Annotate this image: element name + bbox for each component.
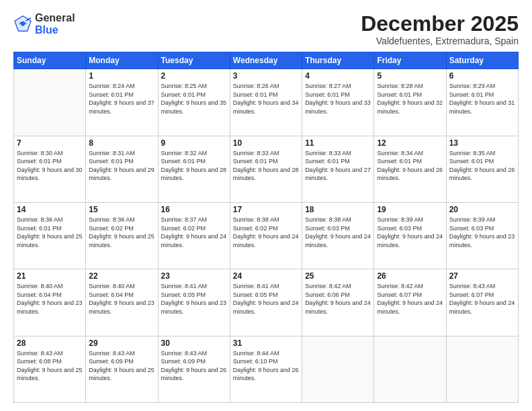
day-info: Sunrise: 8:37 AMSunset: 6:02 PMDaylight:… [161,216,227,248]
week-row-3: 14 Sunrise: 8:36 AMSunset: 6:01 PMDaylig… [14,202,519,269]
day-cell: 2 Sunrise: 8:25 AMSunset: 6:01 PMDayligh… [158,69,230,136]
day-cell: 28 Sunrise: 8:43 AMSunset: 6:08 PMDaylig… [14,336,86,402]
day-cell: 29 Sunrise: 8:43 AMSunset: 6:09 PMDaylig… [86,336,158,402]
svg-point-2 [21,22,25,26]
day-cell: 11 Sunrise: 8:33 AMSunset: 6:01 PMDaylig… [302,136,374,202]
week-row-2: 7 Sunrise: 8:30 AMSunset: 6:01 PMDayligh… [14,136,519,202]
day-cell: 26 Sunrise: 8:42 AMSunset: 6:07 PMDaylig… [374,269,446,336]
day-cell: 20 Sunrise: 8:39 AMSunset: 6:03 PMDaylig… [446,202,518,269]
logo-blue: Blue [35,24,75,36]
day-number: 14 [17,205,83,214]
day-cell: 16 Sunrise: 8:37 AMSunset: 6:02 PMDaylig… [158,202,230,269]
day-info: Sunrise: 8:29 AMSunset: 6:01 PMDaylight:… [449,83,515,115]
day-info: Sunrise: 8:43 AMSunset: 6:09 PMDaylight:… [89,350,154,382]
weekday-header-tuesday: Tuesday [158,52,230,69]
day-number: 12 [377,138,443,148]
day-number: 3 [233,71,299,81]
day-number: 26 [377,271,443,281]
day-cell [302,336,374,402]
day-number: 4 [305,71,371,81]
day-cell [374,336,446,402]
day-info: Sunrise: 8:33 AMSunset: 6:01 PMDaylight:… [233,150,299,182]
day-number: 20 [449,205,515,214]
day-info: Sunrise: 8:36 AMSunset: 6:01 PMDaylight:… [17,216,83,248]
day-number: 5 [377,71,443,81]
logo: General Blue [13,12,75,36]
calendar-page: General Blue December 2025 Valdefuentes,… [0,0,532,411]
day-info: Sunrise: 8:41 AMSunset: 6:05 PMDaylight:… [233,283,299,315]
day-info: Sunrise: 8:28 AMSunset: 6:01 PMDaylight:… [377,83,443,115]
day-cell: 17 Sunrise: 8:38 AMSunset: 6:02 PMDaylig… [230,202,302,269]
day-number: 13 [449,138,515,148]
day-info: Sunrise: 8:41 AMSunset: 6:05 PMDaylight:… [161,283,227,315]
day-info: Sunrise: 8:35 AMSunset: 6:01 PMDaylight:… [449,150,515,182]
day-info: Sunrise: 8:40 AMSunset: 6:04 PMDaylight:… [89,283,154,315]
logo-general: General [35,12,75,24]
day-number: 25 [305,271,371,281]
day-cell: 31 Sunrise: 8:44 AMSunset: 6:10 PMDaylig… [230,336,302,402]
day-info: Sunrise: 8:36 AMSunset: 6:02 PMDaylight:… [89,216,154,248]
weekday-header-wednesday: Wednesday [230,52,302,69]
day-cell: 15 Sunrise: 8:36 AMSunset: 6:02 PMDaylig… [86,202,158,269]
week-row-5: 28 Sunrise: 8:43 AMSunset: 6:08 PMDaylig… [14,336,519,402]
day-number: 23 [161,271,227,281]
logo-text: General Blue [35,12,75,36]
day-info: Sunrise: 8:39 AMSunset: 6:03 PMDaylight:… [449,216,515,248]
weekday-header-thursday: Thursday [302,52,374,69]
day-cell: 14 Sunrise: 8:36 AMSunset: 6:01 PMDaylig… [14,202,86,269]
day-info: Sunrise: 8:26 AMSunset: 6:01 PMDaylight:… [233,83,299,115]
weekday-header-saturday: Saturday [446,52,518,69]
day-cell: 12 Sunrise: 8:34 AMSunset: 6:01 PMDaylig… [374,136,446,202]
day-number: 27 [449,271,515,281]
day-info: Sunrise: 8:27 AMSunset: 6:01 PMDaylight:… [305,83,371,115]
day-number: 30 [161,338,227,348]
day-cell: 10 Sunrise: 8:33 AMSunset: 6:01 PMDaylig… [230,136,302,202]
day-number: 24 [233,271,299,281]
page-header: General Blue December 2025 Valdefuentes,… [13,12,519,46]
day-number: 19 [377,205,443,214]
week-row-4: 21 Sunrise: 8:40 AMSunset: 6:04 PMDaylig… [14,269,519,336]
day-cell: 9 Sunrise: 8:32 AMSunset: 6:01 PMDayligh… [158,136,230,202]
day-cell: 6 Sunrise: 8:29 AMSunset: 6:01 PMDayligh… [446,69,518,136]
month-title: December 2025 [361,12,519,36]
day-cell: 18 Sunrise: 8:38 AMSunset: 6:03 PMDaylig… [302,202,374,269]
weekday-header-sunday: Sunday [14,52,86,69]
day-cell: 5 Sunrise: 8:28 AMSunset: 6:01 PMDayligh… [374,69,446,136]
weekday-header-monday: Monday [86,52,158,69]
day-cell: 24 Sunrise: 8:41 AMSunset: 6:05 PMDaylig… [230,269,302,336]
week-row-1: 1 Sunrise: 8:24 AMSunset: 6:01 PMDayligh… [14,69,519,136]
day-number: 7 [17,138,83,148]
title-block: December 2025 Valdefuentes, Extremadura,… [361,12,519,46]
day-cell: 21 Sunrise: 8:40 AMSunset: 6:04 PMDaylig… [14,269,86,336]
day-number: 31 [233,338,299,348]
day-info: Sunrise: 8:32 AMSunset: 6:01 PMDaylight:… [161,150,227,182]
day-number: 8 [89,138,154,148]
day-cell: 19 Sunrise: 8:39 AMSunset: 6:03 PMDaylig… [374,202,446,269]
logo-icon [13,15,32,34]
day-number: 6 [449,71,515,81]
day-info: Sunrise: 8:25 AMSunset: 6:01 PMDaylight:… [161,83,227,115]
day-cell: 1 Sunrise: 8:24 AMSunset: 6:01 PMDayligh… [86,69,158,136]
day-cell: 27 Sunrise: 8:43 AMSunset: 6:07 PMDaylig… [446,269,518,336]
calendar-table: SundayMondayTuesdayWednesdayThursdayFrid… [13,52,519,403]
location-subtitle: Valdefuentes, Extremadura, Spain [361,36,519,46]
weekday-header-friday: Friday [374,52,446,69]
day-number: 2 [161,71,227,81]
day-info: Sunrise: 8:40 AMSunset: 6:04 PMDaylight:… [17,283,83,315]
day-info: Sunrise: 8:38 AMSunset: 6:03 PMDaylight:… [305,216,371,248]
day-info: Sunrise: 8:44 AMSunset: 6:10 PMDaylight:… [233,350,299,382]
day-number: 18 [305,205,371,214]
day-number: 9 [161,138,227,148]
day-cell: 25 Sunrise: 8:42 AMSunset: 6:06 PMDaylig… [302,269,374,336]
day-number: 28 [17,338,83,348]
day-cell: 3 Sunrise: 8:26 AMSunset: 6:01 PMDayligh… [230,69,302,136]
day-cell: 13 Sunrise: 8:35 AMSunset: 6:01 PMDaylig… [446,136,518,202]
day-info: Sunrise: 8:31 AMSunset: 6:01 PMDaylight:… [89,150,154,182]
day-cell: 22 Sunrise: 8:40 AMSunset: 6:04 PMDaylig… [86,269,158,336]
day-info: Sunrise: 8:24 AMSunset: 6:01 PMDaylight:… [89,83,154,115]
day-number: 22 [89,271,154,281]
day-number: 21 [17,271,83,281]
day-cell: 23 Sunrise: 8:41 AMSunset: 6:05 PMDaylig… [158,269,230,336]
day-cell: 30 Sunrise: 8:43 AMSunset: 6:09 PMDaylig… [158,336,230,402]
day-info: Sunrise: 8:33 AMSunset: 6:01 PMDaylight:… [305,150,371,182]
